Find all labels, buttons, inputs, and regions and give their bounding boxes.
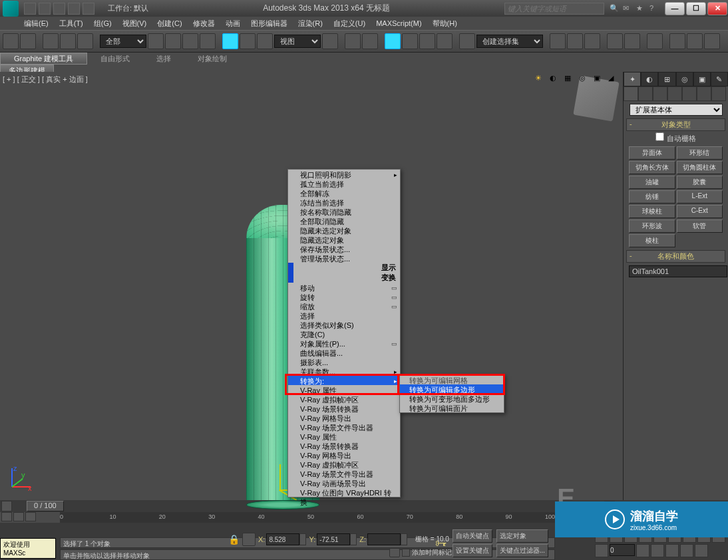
btn-capsule[interactable]: 胶囊 — [677, 176, 723, 189]
material-editor-button[interactable] — [647, 33, 663, 49]
ctx-unhide-all[interactable]: 全部取消隐藏 — [288, 216, 400, 225]
app-icon[interactable] — [3, 1, 19, 17]
ctx-viewport-lighting[interactable]: 视口照明和阴影 — [288, 170, 400, 179]
time-tag-icon[interactable] — [389, 548, 400, 557]
ctx-obj-props[interactable]: 对象属性(P)... — [288, 339, 400, 348]
vp-edged-icon[interactable]: ◢ — [608, 74, 620, 86]
object-type-rollup[interactable]: -对象类型 — [626, 118, 725, 131]
nav-maximize-button[interactable] — [695, 544, 708, 557]
spinner-snap-button[interactable] — [437, 33, 453, 49]
vp-light-icon[interactable]: ☀ — [535, 74, 547, 86]
nav-orbit-button[interactable] — [680, 544, 693, 557]
key-mode-button[interactable] — [595, 544, 608, 557]
menu-edit[interactable]: 编辑(E) — [20, 17, 53, 30]
trackbar-filter-icon[interactable] — [25, 512, 36, 521]
btn-cext[interactable]: C-Ext — [677, 205, 723, 218]
frame-input[interactable] — [610, 544, 635, 556]
nav-pan-button[interactable] — [651, 544, 664, 557]
y-coord-input[interactable] — [317, 533, 350, 545]
favorites-icon[interactable]: ★ — [636, 4, 645, 13]
helpers-subtab-icon[interactable] — [682, 86, 697, 101]
timeslider-thumb[interactable]: 0 / 100 — [27, 501, 64, 511]
keyboard-shortcut-button[interactable] — [362, 33, 378, 49]
comm-center-icon[interactable]: ✉ — [623, 4, 632, 13]
maxscript-listener[interactable]: 欢迎使用 MAXSc — [0, 538, 56, 559]
bind-spacewarp-button[interactable] — [77, 33, 93, 49]
sub-editable-patch[interactable]: 转换为可编辑面片 — [400, 403, 504, 412]
selection-lock-icon[interactable]: 🔒 — [226, 532, 241, 547]
motion-tab-icon[interactable]: ◎ — [676, 72, 693, 86]
ctx-vray-9[interactable]: V-Ray 场景文件导出器 — [288, 469, 400, 478]
ctx-dope-sheet[interactable]: 摄影表... — [288, 357, 400, 366]
autokey-button[interactable]: 自动关键点 — [453, 529, 492, 543]
qat-open-icon[interactable] — [39, 3, 51, 15]
ctx-select-similar[interactable]: 选择类似对象(S) — [288, 320, 400, 329]
ctx-freeze-sel[interactable]: 冻结当前选择 — [288, 198, 400, 207]
curve-editor-button[interactable] — [607, 33, 623, 49]
btn-chamfercyl[interactable]: 切角圆柱体 — [677, 161, 723, 174]
trackbar-toggle-icon[interactable] — [1, 512, 12, 521]
freeform-tab[interactable]: 自由形式 — [87, 54, 143, 64]
btn-lext[interactable]: L-Ext — [677, 190, 723, 204]
shapes-subtab-icon[interactable] — [638, 86, 653, 101]
link-button[interactable] — [43, 33, 59, 49]
ctx-clone[interactable]: 克隆(C) — [288, 329, 400, 339]
menu-customize[interactable]: 自定义(U) — [329, 17, 369, 30]
btn-torus-knot[interactable]: 环形结 — [677, 146, 723, 160]
btn-chamferbox[interactable]: 切角长方体 — [629, 161, 675, 174]
help-icon[interactable]: ? — [649, 4, 659, 13]
ctx-rotate[interactable]: 旋转 — [288, 292, 400, 301]
abs-rel-toggle[interactable] — [242, 533, 256, 546]
nav-walk-button[interactable] — [665, 544, 679, 557]
key-lock-icon[interactable]: 🗝 — [434, 536, 449, 551]
ctx-save-state[interactable]: 保存场景状态... — [288, 244, 400, 253]
selected-key-dropdown[interactable]: 选定对象 — [496, 529, 548, 543]
hierarchy-tab-icon[interactable]: ⊞ — [658, 72, 675, 86]
qat-new-icon[interactable] — [24, 3, 36, 15]
ctx-scale[interactable]: 缩放 — [288, 301, 400, 311]
ctx-vray-8[interactable]: V-Ray 虚拟帧冲区 — [288, 460, 400, 469]
ctx-vray-2[interactable]: V-Ray 场景转换器 — [288, 404, 400, 413]
ctx-vray-10[interactable]: V-Ray 动画场景导出 — [288, 478, 400, 488]
ctx-vray-3[interactable]: V-Ray 网格导出 — [288, 413, 400, 422]
btn-prism[interactable]: 棱柱 — [629, 234, 675, 247]
undo-button[interactable] — [3, 33, 19, 49]
selection-tab[interactable]: 选择 — [143, 54, 184, 64]
time-tag-check[interactable] — [402, 549, 410, 557]
timeline-ruler[interactable]: 0 10 20 30 40 50 60 70 80 90 100 — [60, 512, 555, 523]
time-config-button[interactable] — [636, 544, 649, 557]
systems-subtab-icon[interactable] — [711, 86, 726, 101]
btn-spindle[interactable]: 纺锤 — [629, 190, 675, 204]
window-minimize-button[interactable]: — — [665, 2, 685, 15]
x-coord-input[interactable] — [266, 533, 299, 545]
ctx-vray-5[interactable]: V-Ray 属性 — [288, 432, 400, 441]
object-paint-tab[interactable]: 对象绘制 — [184, 54, 240, 64]
ctx-vray-7[interactable]: V-Ray 网格导出 — [288, 450, 400, 460]
vp-shading-icon[interactable]: ▣ — [594, 74, 606, 86]
pivot-center-button[interactable] — [322, 33, 338, 49]
qat-undo-icon[interactable] — [68, 3, 80, 15]
window-maximize-button[interactable]: ☐ — [686, 2, 706, 15]
keyfilter-button[interactable]: 关键点过滤器... — [496, 544, 548, 557]
edit-selection-sets-button[interactable] — [459, 33, 475, 49]
rendered-frame-button[interactable] — [687, 33, 703, 49]
select-scale-button[interactable] — [257, 33, 273, 49]
render-setup-button[interactable] — [669, 33, 685, 49]
vp-grid-icon[interactable]: ▦ — [564, 74, 576, 86]
z-coord-input[interactable] — [367, 533, 401, 545]
create-tab-icon[interactable]: ✦ — [624, 72, 641, 86]
select-rotate-button[interactable] — [240, 33, 256, 49]
menu-create[interactable]: 创建(C) — [153, 17, 186, 30]
timeslider-prev-button[interactable] — [1, 501, 12, 511]
select-by-name-button[interactable] — [165, 33, 181, 49]
ctx-vray-4[interactable]: V-Ray 场景文件导出器 — [288, 422, 400, 432]
cameras-subtab-icon[interactable] — [667, 86, 682, 101]
btn-hose[interactable]: 软管 — [677, 219, 723, 233]
qat-redo-icon[interactable] — [83, 3, 94, 15]
menu-views[interactable]: 视图(V) — [118, 17, 151, 30]
trackbar-keys-icon[interactable] — [13, 512, 24, 521]
ctx-vray-1[interactable]: V-Ray 虚拟帧冲区 — [288, 394, 400, 404]
geom-category-dropdown[interactable]: 扩展基本体 — [630, 104, 723, 116]
menu-modifiers[interactable]: 修改器 — [189, 17, 219, 30]
viewport-label[interactable]: [ + ] [ 正交 ] [ 真实 + 边面 ] — [3, 74, 88, 84]
